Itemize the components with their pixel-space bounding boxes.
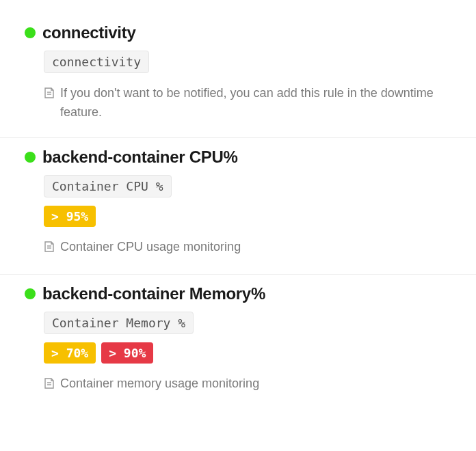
- description-text: Container CPU usage monitoring: [60, 238, 241, 257]
- description-text: If you don't want to be notified, you ca…: [60, 84, 443, 122]
- status-dot-ok: [25, 288, 36, 299]
- monitor-title: backend-container CPU%: [42, 148, 237, 167]
- title-row: backend-container CPU%: [25, 148, 451, 167]
- threshold-badge-warning: > 70%: [44, 342, 96, 364]
- threshold-row: > 95%: [44, 206, 451, 227]
- threshold-row: > 70% > 90%: [44, 342, 451, 364]
- monitor-list: connectivity connectivity If you don't w…: [0, 0, 476, 411]
- threshold-badge-critical: > 90%: [101, 342, 153, 364]
- metric-label: Container CPU %: [44, 175, 172, 197]
- note-icon: [44, 86, 55, 105]
- metric-row: Container Memory %: [44, 312, 451, 334]
- description-row: Container CPU usage monitoring: [44, 238, 451, 259]
- monitor-title: backend-container Memory%: [42, 284, 265, 303]
- note-icon: [44, 377, 55, 396]
- monitor-item[interactable]: connectivity connectivity If you don't w…: [0, 14, 476, 138]
- status-dot-ok: [25, 27, 36, 38]
- title-row: connectivity: [25, 23, 451, 42]
- monitor-item[interactable]: backend-container CPU% Container CPU % >…: [0, 138, 476, 275]
- description-text: Container memory usage monitoring: [60, 374, 259, 394]
- description-row: Container memory usage monitoring: [44, 374, 451, 396]
- title-row: backend-container Memory%: [25, 284, 451, 303]
- monitor-item[interactable]: backend-container Memory% Container Memo…: [0, 275, 476, 411]
- metric-label: connectivity: [44, 51, 149, 73]
- metric-row: Container CPU %: [44, 175, 451, 197]
- metric-row: connectivity: [44, 51, 451, 73]
- metric-label: Container Memory %: [44, 312, 194, 334]
- description-row: If you don't want to be notified, you ca…: [44, 84, 451, 122]
- status-dot-ok: [25, 152, 36, 163]
- threshold-badge-warning: > 95%: [44, 206, 96, 227]
- note-icon: [44, 240, 55, 259]
- monitor-title: connectivity: [42, 23, 135, 42]
